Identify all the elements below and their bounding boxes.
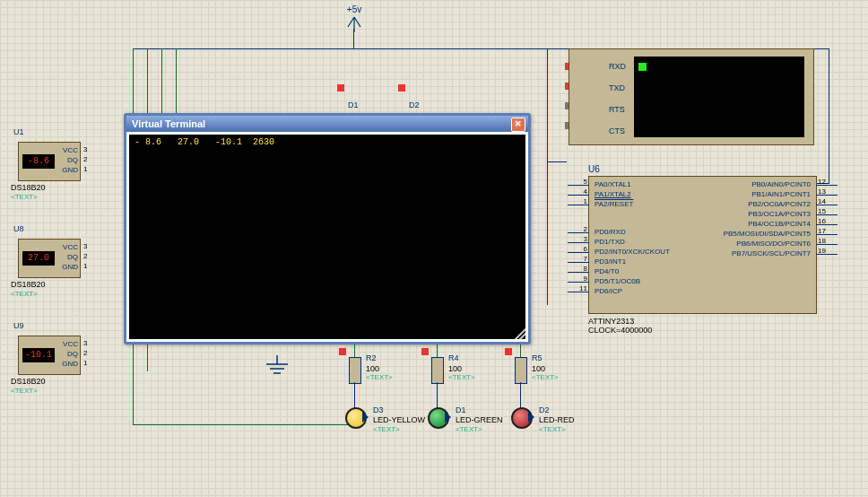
- res-2-text: <TEXT>: [532, 373, 559, 381]
- led-1-part: LED-GREEN: [456, 415, 503, 424]
- terminal-titlebar[interactable]: Virtual Terminal ✕: [126, 116, 528, 132]
- res-0-designator: R2: [366, 353, 377, 362]
- res-2-value: 100: [532, 364, 545, 373]
- res-1-text: <TEXT>: [448, 373, 475, 381]
- res-0[interactable]: [349, 357, 361, 384]
- res-1-designator: R4: [448, 353, 459, 362]
- sensor-1-value: 27.0: [22, 251, 55, 266]
- close-icon[interactable]: ✕: [511, 118, 525, 132]
- power-label: +5v: [345, 4, 363, 14]
- sensor-1-part: DS18B20: [11, 280, 46, 289]
- sensor-1[interactable]: 27.0 VCCDQGND 321: [18, 239, 126, 276]
- implied-d1-top: D1: [348, 100, 359, 109]
- terminal-output: - 8.6 27.0 -10.1 2630: [129, 135, 525, 339]
- sensor-0-part: DS18B20: [11, 183, 46, 192]
- led-1-text: <TEXT>: [456, 425, 482, 433]
- led-2-designator: D2: [539, 405, 550, 414]
- ground-icon: [264, 355, 291, 379]
- led-0-designator: D3: [373, 405, 384, 414]
- sensor-0-pinnames: VCCDQGND: [56, 145, 78, 175]
- vcom-pin-rts: RTS: [609, 105, 625, 114]
- sensor-2-designator: U9: [13, 321, 24, 330]
- led-0-text: <TEXT>: [373, 425, 400, 433]
- mcu-clock: CLOCK=4000000: [588, 326, 652, 335]
- sensor-2-text: <TEXT>: [11, 387, 38, 395]
- vcom-pin-rxd: RXD: [609, 62, 626, 71]
- led-2-text: <TEXT>: [539, 425, 566, 433]
- sensor-2[interactable]: -10.1 VCCDQGND 321: [18, 336, 126, 373]
- res-1-value: 100: [448, 364, 462, 373]
- virtual-terminal-window[interactable]: Virtual Terminal ✕ - 8.6 27.0 -10.1 2630: [124, 113, 531, 344]
- res-0-value: 100: [366, 364, 379, 373]
- res-2[interactable]: [515, 357, 527, 384]
- vcom-pin-cts: CTS: [609, 126, 625, 135]
- sensor-0-designator: U1: [13, 127, 24, 136]
- mcu-designator: U6: [588, 164, 600, 174]
- terminal-title-text: Virtual Terminal: [132, 118, 205, 129]
- virtual-com-screen: [634, 57, 804, 137]
- sensor-0-value: -8.6: [22, 154, 55, 169]
- implied-d2-top: D2: [409, 100, 420, 109]
- sensor-1-designator: U8: [13, 224, 24, 233]
- led-1-designator: D1: [456, 405, 466, 414]
- sensor-2-value: -10.1: [22, 348, 55, 362]
- sensor-0-text: <TEXT>: [11, 193, 38, 201]
- sensor-2-part: DS18B20: [11, 377, 46, 386]
- sensor-0-pinnums: 321: [83, 144, 87, 174]
- power-5v: +5v: [345, 4, 363, 34]
- sensor-1-text: <TEXT>: [11, 290, 38, 298]
- sensor-0[interactable]: -8.6 VCCDQGND 321: [18, 142, 126, 179]
- mcu[interactable]: 5PA0/XTAL1 4PA1/XTAL2 1PA2/RESET 2PD0/RX…: [588, 176, 817, 314]
- resize-handle-icon[interactable]: [515, 328, 525, 339]
- res-1[interactable]: [431, 357, 444, 384]
- power-arrow-icon: [345, 14, 363, 32]
- vcom-pin-txd: TXD: [609, 83, 625, 92]
- led-0-part: LED-YELLOW: [373, 415, 425, 424]
- res-2-designator: R5: [532, 353, 542, 362]
- res-0-text: <TEXT>: [366, 373, 393, 381]
- led-2-part: LED-RED: [539, 415, 575, 424]
- mcu-part: ATTINY2313: [588, 317, 634, 326]
- virtual-com[interactable]: RXD TXD RTS CTS: [569, 48, 814, 145]
- virtual-com-led-icon: [638, 63, 647, 71]
